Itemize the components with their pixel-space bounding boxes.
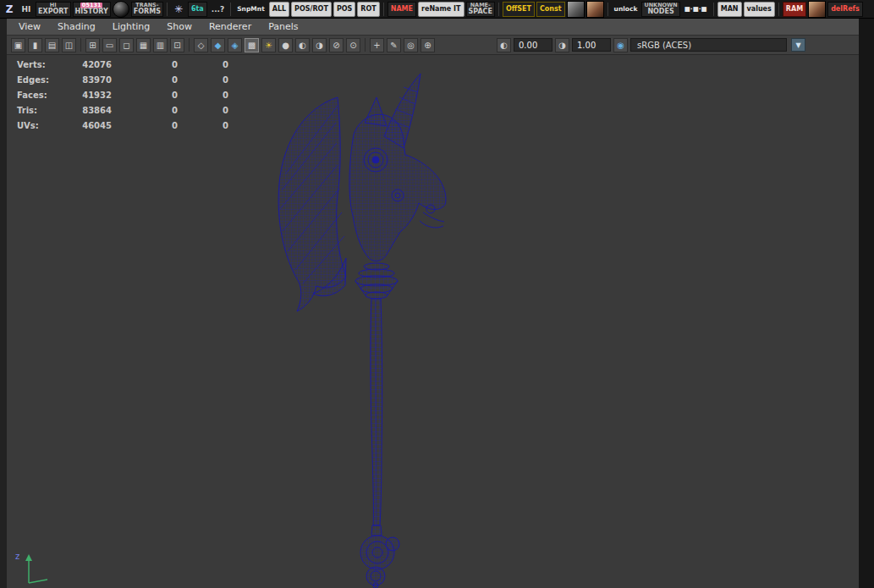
target-icon[interactable]: ⊕ [421,38,435,52]
shelf-separator [167,3,168,16]
shelf-item-snpmnt[interactable]: SnpMnt [234,2,267,17]
panel-layout-icon[interactable]: ◫ [62,38,76,52]
plugin-icon[interactable]: + [370,38,384,52]
color-managed-icon[interactable]: ◉ [613,38,628,52]
film-gate-icon[interactable]: ▭ [102,38,117,52]
shelf-item-unlock[interactable]: unlock [612,2,640,17]
shelf-item-all[interactable]: ALL [269,2,289,17]
shelf-item-ticks[interactable]: ■·■·■ [682,2,710,17]
gamma-icon[interactable]: ◑ [555,38,569,52]
wireframe-icon[interactable]: ◇ [194,38,208,52]
shelf-item-history[interactable]: 05131 HISTORY [73,2,111,17]
shelf-separator [383,3,384,16]
shelf-item-unknown-nodes[interactable]: UNKNOWN NODES [641,2,679,17]
chevron-down-icon[interactable]: ▼ [791,38,805,52]
menu-panels[interactable]: Panels [268,21,298,32]
shelf-separator [498,3,499,16]
resolution-gate-icon[interactable]: ◻ [119,38,134,52]
shelf-item-unknown-label: NODES [647,8,673,15]
ambient-occlusion-icon[interactable]: ◐ [295,38,310,52]
exposure-icon[interactable]: ◐ [497,38,511,52]
shelf-photo-icon[interactable] [567,1,585,18]
shelf-portrait-icon[interactable] [586,1,604,18]
right-edge-strip [859,19,874,588]
isolate-select-icon[interactable]: ⊙ [346,38,360,52]
motion-blur-icon[interactable]: ◑ [312,38,327,52]
shelf-item-hi[interactable]: HI [19,2,34,17]
shelf-separator [230,3,231,16]
field-chart-icon[interactable]: ▥ [153,38,168,52]
menu-renderer[interactable]: Renderer [209,21,251,32]
shelf-item-help[interactable]: ...? [209,2,227,17]
shelf-portrait2-icon[interactable] [808,1,826,18]
shelf-item-6ta[interactable]: 6ta [188,2,207,17]
shadows-icon[interactable]: ● [278,38,293,52]
colorspace-dropdown[interactable]: sRGB (ACES) [630,38,787,52]
checker-icon[interactable]: ▩ [245,38,259,52]
xray-icon[interactable]: ⊘ [329,38,344,52]
shelf-item-export-label: EXPORT [38,8,69,15]
shelf-item-const[interactable]: Const [536,2,565,17]
shelf-orb-icon[interactable] [113,1,129,18]
shelf-item-values[interactable]: values [744,2,775,17]
shelf-item-rot[interactable]: ROT [357,2,379,17]
menu-show[interactable]: Show [167,21,192,32]
axis-z-label: z [15,552,19,561]
shelf-logo-icon[interactable]: Z [2,2,17,17]
shelf-item-posrot[interactable]: POS/ROT [291,2,332,17]
grid-icon[interactable]: ⊞ [85,38,100,52]
shelf-item-ram[interactable]: RAM [783,2,806,17]
shelf-item-offset[interactable]: OffSET [503,2,535,17]
toolbar-separator [365,38,366,52]
toolbar-separator [80,38,81,52]
textured-icon[interactable]: ◈ [228,38,242,52]
panel-menubar: View Shading Lighting Show Renderer Pane… [7,19,859,36]
shelf-separator [607,3,608,16]
shelf-item-man[interactable]: MAN [717,2,742,17]
shaded-icon[interactable]: ◆ [211,38,225,52]
shelf-item-export[interactable]: HI EXPORT [36,2,71,17]
shelf-item-rename[interactable]: reName IT [418,2,464,17]
shelf-separator [713,3,714,16]
lights-icon[interactable]: ☀ [261,38,276,52]
shelf-item-transforms[interactable]: TRANS- FORMS [131,2,163,17]
shelf-item-transforms-label: FORMS [134,8,161,15]
exposure-group: ◐ 0.00 ◑ 1.00 ◉ [497,38,628,52]
bookmark-icon[interactable]: ▮ [28,38,42,52]
shelf-item-delrefs[interactable]: delRefs [827,2,863,17]
gate-mask-icon[interactable]: ▦ [136,38,151,52]
menu-lighting[interactable]: Lighting [113,21,150,32]
left-edge-strip [0,19,7,588]
safe-action-icon[interactable]: ⊡ [170,38,184,52]
menu-shading[interactable]: Shading [58,21,96,32]
viewport-toolbar: ▣ ▮ ▤ ◫ ⊞ ▭ ◻ ▦ ▥ ⊡ ◇ ◆ ◈ ▩ ☀ ● ◐ ◑ ⊘ ⊙ … [7,36,859,55]
shelf-bar: Z HI HI EXPORT 05131 HISTORY TRANS- FORM… [0,0,874,19]
menu-view[interactable]: View [19,21,41,32]
shelf-item-namespace[interactable]: NAME- SPACE [466,2,495,17]
camcorder-icon[interactable]: ▣ [11,38,25,52]
gamma-field[interactable]: 1.00 [572,38,611,52]
viewport-canvas[interactable]: Verts: 42076 0 0 Edges: 83970 0 0 Faces:… [7,55,859,588]
shelf-snowflake-icon[interactable]: ✳ [171,2,186,17]
wireframe-model [7,55,859,588]
toolbar-separator [189,38,190,52]
exposure-field[interactable]: 0.00 [514,38,552,52]
shelf-item-history-label: HISTORY [75,8,108,15]
shelf-separator [778,3,779,16]
snap-icon[interactable]: ◎ [404,38,418,52]
paint-icon[interactable]: ✎ [387,38,401,52]
shelf-item-namespace-label: SPACE [469,8,492,15]
image-plane-icon[interactable]: ▤ [45,38,59,52]
shelf-item-pos[interactable]: POS [333,2,355,17]
shelf-item-name[interactable]: NAME [388,2,416,17]
view-axis-gizmo: z [10,546,61,586]
